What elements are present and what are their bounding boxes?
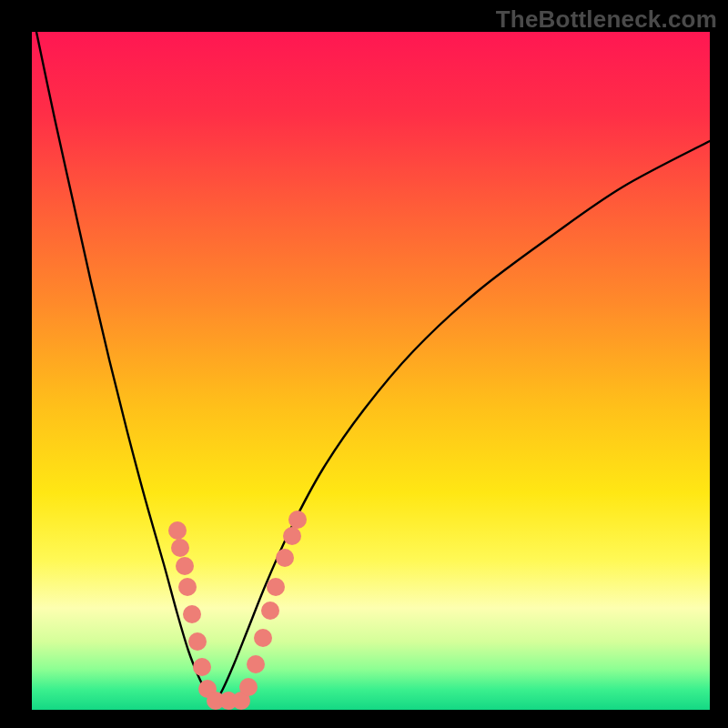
background-gradient (32, 32, 710, 710)
chart-frame: TheBottleneck.com (0, 0, 728, 728)
svg-rect-0 (32, 32, 710, 710)
plot-area (32, 32, 710, 710)
watermark-text: TheBottleneck.com (496, 5, 717, 34)
